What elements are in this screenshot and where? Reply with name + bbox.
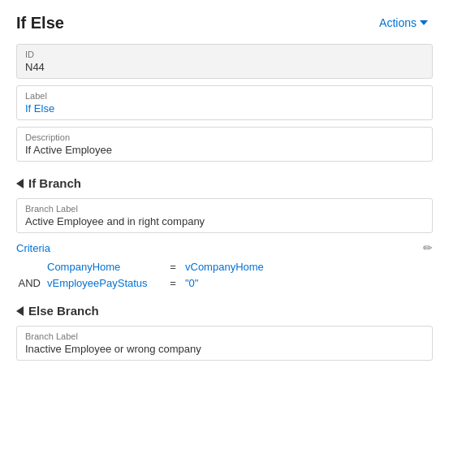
actions-label: Actions: [379, 16, 417, 29]
criteria-connector-2: AND: [16, 277, 47, 289]
else-branch-label-field: Branch Label Inactive Employee or wrong …: [16, 326, 433, 361]
actions-button[interactable]: Actions: [374, 13, 433, 32]
label-field: Label If Else: [16, 85, 433, 120]
if-branch-title: If Branch: [28, 176, 81, 190]
label-field-value: If Else: [25, 102, 424, 115]
criteria-operator-1: =: [161, 261, 185, 273]
criteria-value-2: "0": [185, 277, 198, 289]
description-label: Description: [25, 132, 424, 142]
if-branch-label-value: Active Employee and in right company: [25, 215, 424, 227]
criteria-operator-2: =: [161, 277, 185, 289]
chevron-down-icon: [420, 20, 428, 25]
page-title: If Else: [16, 14, 64, 32]
criteria-field-2: vEmployeePayStatus: [47, 277, 161, 289]
criteria-row: AND vEmployeePayStatus = "0": [16, 277, 433, 289]
else-branch-label-value: Inactive Employee or wrong company: [25, 343, 424, 355]
edit-icon[interactable]: ✏: [423, 241, 433, 254]
label-field-label: Label: [25, 91, 424, 101]
criteria-section: Criteria ✏ CompanyHome = vCompanyHome AN…: [16, 241, 433, 289]
if-branch-label-label: Branch Label: [25, 204, 424, 214]
collapse-triangle-icon-2[interactable]: [16, 306, 24, 316]
criteria-header: Criteria ✏: [16, 241, 433, 254]
criteria-field-1: CompanyHome: [47, 261, 161, 273]
id-label: ID: [25, 50, 424, 59]
description-field: Description If Active Employee: [16, 127, 433, 162]
else-branch-content: Branch Label Inactive Employee or wrong …: [16, 326, 433, 361]
if-branch-label-field: Branch Label Active Employee and in righ…: [16, 198, 433, 233]
else-branch-label-label: Branch Label: [25, 331, 424, 341]
else-branch-title: Else Branch: [28, 304, 99, 318]
if-branch-content: Branch Label Active Employee and in righ…: [16, 198, 433, 289]
id-value: N44: [25, 61, 424, 73]
criteria-label: Criteria: [16, 242, 50, 254]
criteria-row: CompanyHome = vCompanyHome: [16, 261, 433, 273]
collapse-triangle-icon[interactable]: [16, 179, 24, 188]
id-field: ID N44: [16, 44, 433, 79]
page-header: If Else Actions: [16, 13, 433, 32]
description-value: If Active Employee: [25, 144, 424, 156]
if-branch-section-header: If Branch: [16, 176, 433, 190]
criteria-value-1: vCompanyHome: [185, 261, 264, 273]
else-branch-section-header: Else Branch: [16, 304, 433, 318]
